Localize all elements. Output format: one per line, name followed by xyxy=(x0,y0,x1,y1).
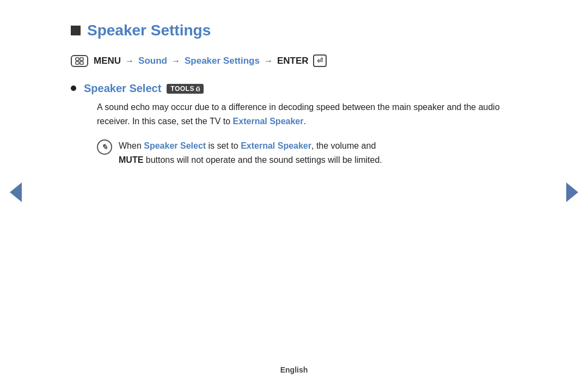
external-speaker-note-link: External Speaker xyxy=(241,141,311,150)
page-title: Speaker Settings xyxy=(87,22,211,39)
title-row: Speaker Settings xyxy=(71,22,517,39)
enter-label: ENTER xyxy=(277,56,309,66)
menu-icon xyxy=(71,55,88,67)
note-text: When Speaker Select is set to External S… xyxy=(119,139,382,168)
note-icon: ✎ xyxy=(97,139,112,155)
main-content: Speaker Settings MENU → Sound → Speaker … xyxy=(27,0,561,198)
note-row: ✎ When Speaker Select is set to External… xyxy=(97,139,517,168)
tools-badge: TOOLS ⎙ xyxy=(167,84,204,94)
speaker-settings-path: Speaker Settings xyxy=(185,56,260,66)
description-text: A sound echo may occur due to a differen… xyxy=(97,100,517,129)
bullet-icon xyxy=(71,86,76,91)
enter-icon: ⏎ xyxy=(313,54,327,67)
arrow3: → xyxy=(264,56,273,66)
svg-rect-2 xyxy=(76,62,79,64)
speaker-select-label: Speaker Select xyxy=(84,82,161,95)
svg-rect-3 xyxy=(80,62,83,64)
menu-path-row: MENU → Sound → Speaker Settings → ENTER … xyxy=(71,54,517,67)
arrow1: → xyxy=(125,56,134,66)
footer-language: English xyxy=(280,365,308,374)
speaker-select-section: Speaker Select TOOLS ⎙ A sound echo may … xyxy=(71,82,517,168)
mute-label: MUTE xyxy=(119,155,143,164)
nav-left-button[interactable] xyxy=(10,182,22,202)
nav-right-button[interactable] xyxy=(566,182,578,202)
title-square-icon xyxy=(71,26,81,35)
external-speaker-link: External Speaker xyxy=(233,117,304,126)
section-header: Speaker Select TOOLS ⎙ xyxy=(84,82,517,95)
menu-label: MENU xyxy=(94,56,121,66)
arrow2: → xyxy=(171,56,180,66)
svg-rect-0 xyxy=(76,58,79,60)
tools-icon: ⎙ xyxy=(196,86,200,92)
svg-rect-1 xyxy=(80,58,83,60)
sound-path: Sound xyxy=(138,56,167,66)
speaker-select-content: Speaker Select TOOLS ⎙ A sound echo may … xyxy=(84,82,517,168)
speaker-select-note-link: Speaker Select xyxy=(144,141,206,150)
